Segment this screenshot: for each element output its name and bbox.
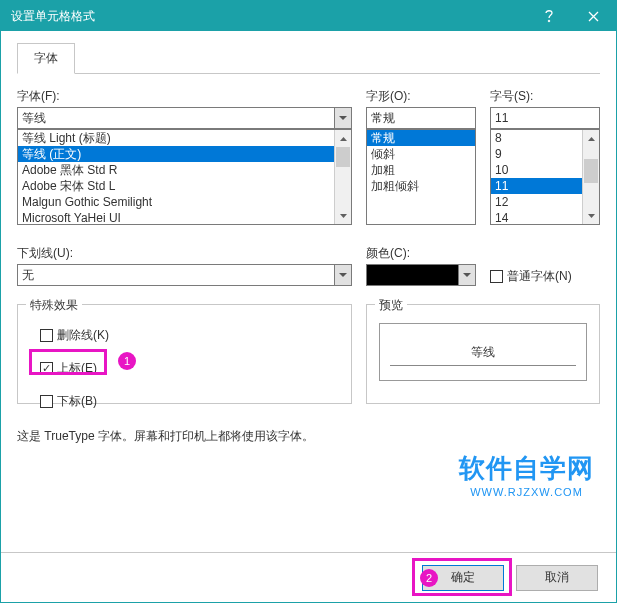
list-item[interactable]: 常规 (367, 130, 475, 146)
underline-dropdown[interactable]: 无 (17, 264, 352, 286)
dialog-title: 设置单元格格式 (11, 8, 526, 25)
cancel-button[interactable]: 取消 (516, 565, 598, 591)
titlebar: 设置单元格格式 (1, 1, 616, 31)
checkbox-icon (490, 270, 503, 283)
list-item[interactable]: Adobe 宋体 Std L (18, 178, 334, 194)
list-item[interactable]: 9 (491, 146, 582, 162)
style-listbox[interactable]: 常规 倾斜 加粗 加粗倾斜 (366, 129, 476, 225)
font-input-combo[interactable]: 等线 (17, 107, 352, 129)
style-label: 字形(O): (366, 88, 476, 105)
subscript-checkbox[interactable]: 下标(B) (40, 393, 339, 410)
watermark: 软件自学网 WWW.RJZXW.COM (459, 451, 594, 498)
format-cells-dialog: 设置单元格格式 字体 字体(F): 等线 等线 Light (标题) 等线 ( (0, 0, 617, 603)
list-item[interactable]: 8 (491, 130, 582, 146)
chevron-down-icon[interactable] (334, 107, 352, 129)
scroll-thumb[interactable] (584, 159, 598, 183)
list-item[interactable]: 等线 (正文) (18, 146, 334, 162)
chevron-down-icon[interactable] (458, 264, 476, 286)
subscript-label: 下标(B) (57, 393, 97, 410)
preview-text: 等线 (471, 344, 495, 361)
size-listbox[interactable]: 8 9 10 11 12 14 (490, 129, 600, 225)
watermark-small: WWW.RJZXW.COM (459, 486, 594, 498)
size-input[interactable]: 11 (490, 107, 600, 129)
color-label: 颜色(C): (366, 245, 476, 262)
checkbox-icon (40, 329, 53, 342)
scroll-up-icon[interactable] (335, 130, 351, 147)
scroll-thumb[interactable] (336, 147, 350, 167)
style-input[interactable]: 常规 (366, 107, 476, 129)
svg-point-0 (548, 20, 550, 22)
watermark-big: 软件自学网 (459, 451, 594, 486)
scrollbar[interactable] (334, 130, 351, 224)
scroll-down-icon[interactable] (335, 207, 351, 224)
annotation-highlight-1 (29, 349, 107, 375)
scrollbar[interactable] (582, 130, 599, 224)
list-item[interactable]: Microsoft YaHei UI (18, 210, 334, 224)
strikethrough-checkbox[interactable]: 删除线(K) (40, 327, 339, 344)
list-item[interactable]: 等线 Light (标题) (18, 130, 334, 146)
preview-group: 预览 等线 (366, 304, 600, 404)
font-label: 字体(F): (17, 88, 352, 105)
preview-legend: 预览 (375, 297, 407, 314)
scroll-down-icon[interactable] (583, 207, 599, 224)
list-item[interactable]: 10 (491, 162, 582, 178)
list-item[interactable]: 加粗 (367, 162, 475, 178)
effects-legend: 特殊效果 (26, 297, 82, 314)
annotation-badge-2: 2 (420, 569, 438, 587)
list-item[interactable]: 加粗倾斜 (367, 178, 475, 194)
normal-font-checkbox[interactable]: 普通字体(N) (490, 268, 572, 285)
strikethrough-label: 删除线(K) (57, 327, 109, 344)
list-item[interactable]: 11 (491, 178, 582, 194)
list-item[interactable]: 倾斜 (367, 146, 475, 162)
chevron-down-icon[interactable] (334, 264, 352, 286)
dialog-footer: 2 确定 取消 (1, 552, 616, 602)
tabs: 字体 (17, 43, 600, 74)
checkbox-icon (40, 395, 53, 408)
underline-label: 下划线(U): (17, 245, 352, 262)
close-button[interactable] (571, 1, 616, 31)
help-button[interactable] (526, 1, 571, 31)
preview-box: 等线 (379, 323, 587, 381)
color-swatch[interactable] (366, 264, 458, 286)
scroll-up-icon[interactable] (583, 130, 599, 147)
list-item[interactable]: Adobe 黑体 Std R (18, 162, 334, 178)
tab-font[interactable]: 字体 (17, 43, 75, 74)
font-listbox[interactable]: 等线 Light (标题) 等线 (正文) Adobe 黑体 Std R Ado… (17, 129, 352, 225)
font-input[interactable]: 等线 (17, 107, 334, 129)
list-item[interactable]: 12 (491, 194, 582, 210)
normal-font-label: 普通字体(N) (507, 268, 572, 285)
color-dropdown[interactable] (366, 264, 476, 286)
size-label: 字号(S): (490, 88, 600, 105)
list-item[interactable]: 14 (491, 210, 582, 224)
underline-value[interactable]: 无 (17, 264, 334, 286)
list-item[interactable]: Malgun Gothic Semilight (18, 194, 334, 210)
effects-group: 特殊效果 删除线(K) 上标(E) 1 下标(B) (17, 304, 352, 404)
annotation-badge-1: 1 (118, 352, 136, 370)
font-note: 这是 TrueType 字体。屏幕和打印机上都将使用该字体。 (17, 428, 600, 445)
